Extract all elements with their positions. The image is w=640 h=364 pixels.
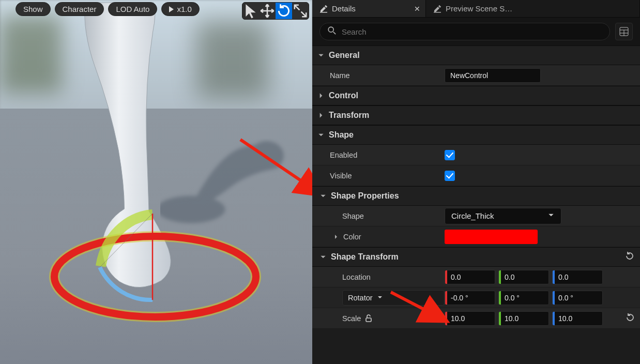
reset-to-default-button[interactable] (624, 251, 635, 263)
shape-label: Shape (312, 212, 445, 220)
search-icon (327, 26, 337, 37)
section-transform[interactable]: Transform (312, 105, 640, 125)
svg-point-7 (328, 27, 333, 32)
scale-z-field[interactable]: 10.0 (552, 311, 603, 326)
tab-preview-scene[interactable]: Preview Scene S… (426, 0, 640, 17)
rotate-mode-button[interactable] (276, 3, 292, 19)
enabled-label: Enabled (312, 151, 445, 159)
edit-icon (319, 5, 328, 13)
location-z-field[interactable]: 0.0 (552, 270, 603, 284)
rotation-z-field[interactable]: 0.0 ° (552, 291, 603, 305)
tab-preview-label: Preview Scene S… (446, 4, 512, 13)
scale-label: Scale (342, 314, 361, 323)
settings-grid-button[interactable] (615, 23, 633, 40)
section-shape-properties[interactable]: Shape Properties (312, 186, 640, 206)
enabled-checkbox[interactable] (445, 150, 455, 160)
section-shape-transform[interactable]: Shape Transform (312, 247, 640, 267)
scale-mode-button[interactable] (292, 3, 309, 19)
close-icon[interactable]: ✕ (414, 5, 420, 13)
color-label: Color (343, 233, 361, 241)
empty-area (312, 329, 640, 364)
svg-rect-6 (434, 12, 441, 13)
unlock-icon[interactable] (364, 314, 373, 323)
character-dropdown[interactable]: Character (55, 2, 104, 16)
tab-details[interactable]: Details ✕ (312, 0, 426, 17)
viewport[interactable]: Show Character LOD Auto x1.0 (0, 0, 312, 364)
section-shape[interactable]: Shape (312, 125, 640, 145)
search-input-wrapper[interactable] (319, 23, 610, 40)
svg-rect-5 (320, 12, 327, 13)
chevron-down-icon (547, 211, 555, 220)
chevron-down-icon (317, 131, 325, 139)
gizmo-mode-bar (242, 2, 309, 20)
location-x-field[interactable]: 0.0 (445, 270, 495, 284)
color-swatch[interactable] (445, 230, 538, 244)
svg-point-1 (250, 141, 284, 171)
chevron-right-icon (317, 92, 325, 99)
location-label: Location (312, 273, 445, 281)
rotation-y-field[interactable]: 0.0 ° (498, 291, 549, 305)
section-general[interactable]: General (312, 46, 640, 65)
chevron-right-icon[interactable] (333, 233, 340, 240)
visible-checkbox[interactable] (445, 171, 455, 181)
side-panel: Details ✕ Preview Scene S… General Name (312, 0, 640, 364)
visible-label: Visible (312, 172, 445, 180)
reset-to-default-button[interactable] (625, 312, 635, 325)
name-label: Name (312, 71, 445, 80)
chevron-right-icon (317, 112, 325, 119)
select-mode-button[interactable] (242, 3, 259, 19)
shape-dropdown[interactable]: Circle_Thick (445, 208, 561, 224)
chevron-down-icon (377, 294, 383, 302)
rotation-x-field[interactable]: -0.0 ° (445, 291, 495, 305)
chevron-down-icon (319, 192, 327, 200)
rotator-mode-button[interactable]: Rotator (342, 290, 445, 306)
chevron-down-icon (319, 253, 327, 261)
scale-y-field[interactable]: 10.0 (498, 311, 549, 326)
name-field[interactable] (445, 68, 541, 83)
translate-mode-button[interactable] (259, 3, 276, 19)
rotation-gizmo[interactable] (90, 204, 178, 308)
lod-dropdown[interactable]: LOD Auto (108, 2, 157, 16)
tab-details-label: Details (332, 4, 356, 13)
svg-rect-14 (366, 318, 371, 322)
svg-line-8 (333, 32, 336, 34)
search-input[interactable] (342, 27, 602, 36)
scale-x-field[interactable]: 10.0 (445, 311, 495, 326)
chevron-down-icon (317, 52, 325, 59)
character-shadow (160, 139, 300, 226)
section-control[interactable]: Control (312, 86, 640, 105)
location-y-field[interactable]: 0.0 (498, 270, 549, 284)
show-dropdown[interactable]: Show (16, 2, 51, 16)
playback-speed[interactable]: x1.0 (161, 2, 199, 16)
edit-icon (433, 5, 441, 13)
